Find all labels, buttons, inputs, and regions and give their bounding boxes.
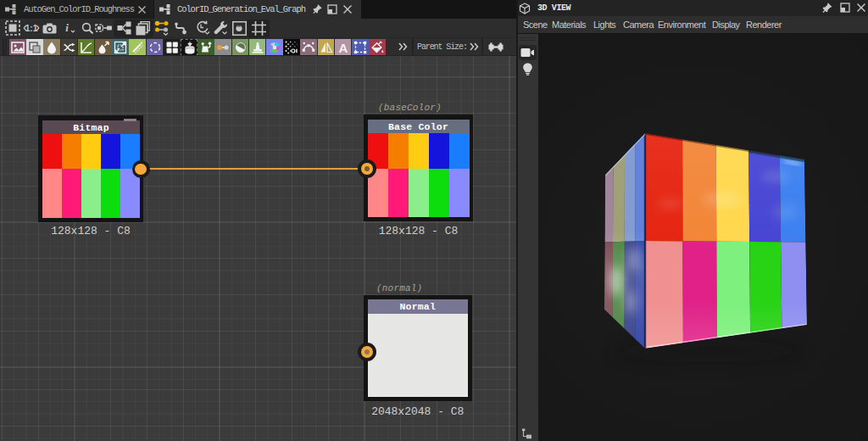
svg-text:i: i bbox=[65, 21, 69, 34]
svg-text:1:1: 1:1 bbox=[25, 24, 38, 33]
svg-text:A: A bbox=[338, 41, 348, 54]
